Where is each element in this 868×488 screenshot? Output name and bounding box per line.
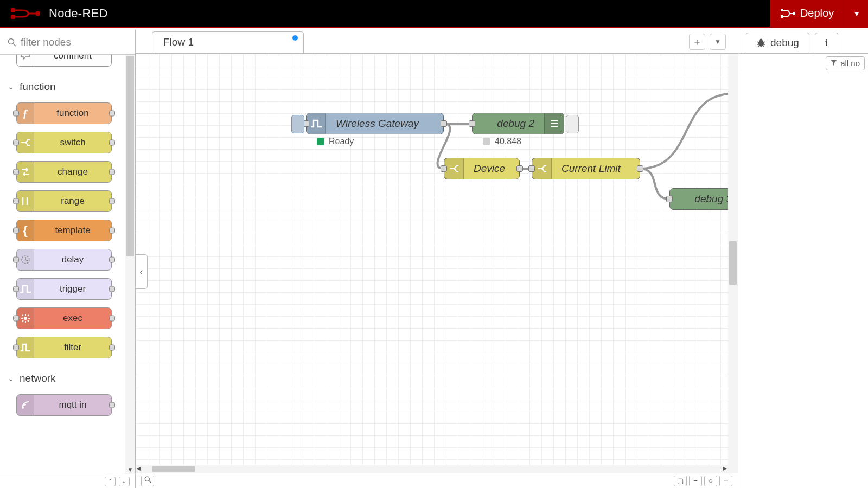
palette-search — [0, 30, 135, 55]
caret-down-icon: ▼ — [853, 9, 860, 18]
workspace-footer: ▢ − ○ ＋ — [136, 473, 738, 488]
palette-node-template[interactable]: {template — [16, 220, 112, 241]
palette-node-comment[interactable]: comment — [16, 55, 112, 67]
status-text: 40.848 — [495, 137, 521, 146]
flow-tab[interactable]: Flow 1 — [152, 31, 304, 53]
scroll-left-icon[interactable]: ◀ — [137, 465, 141, 471]
port-in[interactable] — [666, 196, 673, 202]
palette-node-exec[interactable]: exec — [16, 307, 112, 329]
flow-menu-button[interactable]: ▼ — [710, 34, 726, 50]
palette-collapse-handle[interactable]: ‹ — [136, 254, 148, 289]
port-in[interactable] — [13, 111, 19, 117]
port-in[interactable] — [13, 169, 19, 175]
node-status: Ready — [317, 137, 354, 146]
debug-icon — [544, 113, 564, 134]
palette-expand-all-button[interactable]: ⌄ — [119, 477, 130, 486]
palette-node-trigger[interactable]: trigger — [16, 278, 112, 300]
palette-node-range[interactable]: range — [16, 190, 112, 212]
trigger-icon — [17, 279, 34, 299]
port-out[interactable] — [109, 111, 115, 117]
port-out[interactable] — [109, 286, 115, 292]
port-out[interactable] — [109, 316, 115, 322]
port-in[interactable] — [441, 165, 447, 172]
port-in[interactable] — [13, 198, 19, 204]
port-out[interactable] — [109, 140, 115, 146]
canvas-search-button[interactable] — [141, 476, 154, 486]
flow-node-wg[interactable]: Wireless Gateway — [306, 113, 444, 134]
palette-node-mqtt-in[interactable]: mqtt in — [16, 394, 112, 416]
port-out[interactable] — [109, 169, 115, 175]
svg-rect-2 — [36, 11, 40, 16]
switch-icon — [444, 158, 464, 179]
port-out[interactable] — [109, 228, 115, 234]
plus-icon: ＋ — [723, 477, 730, 485]
zoom-in-button[interactable]: ＋ — [719, 476, 732, 486]
debug-filter-label: all no — [840, 59, 860, 68]
port-in[interactable] — [13, 286, 19, 292]
palette-node-function[interactable]: ƒfunction — [16, 102, 112, 124]
palette-category-function[interactable]: ⌄function — [0, 74, 125, 98]
zoom-out-button[interactable]: − — [689, 476, 702, 486]
port-out[interactable] — [109, 345, 115, 351]
svg-point-28 — [145, 477, 149, 481]
canvas-scrollbar-horizontal[interactable]: ◀ ▶ — [136, 465, 728, 473]
port-in[interactable] — [13, 345, 19, 351]
scroll-down-icon[interactable]: ▼ — [125, 467, 135, 473]
deploy-button[interactable]: Deploy — [770, 0, 845, 27]
flow-node-label: Wireless Gateway — [326, 118, 429, 130]
flow-node-d2[interactable]: debug 2 — [472, 113, 564, 134]
node-inject-button[interactable] — [291, 115, 304, 133]
deploy-menu-button[interactable]: ▼ — [845, 0, 868, 27]
scrollbar-thumb[interactable] — [126, 56, 134, 256]
sidebar-tab-label: debug — [770, 37, 799, 49]
port-out[interactable] — [109, 198, 115, 204]
palette-category-network[interactable]: ⌄network — [0, 366, 125, 390]
port-in[interactable] — [13, 228, 19, 234]
port-out[interactable] — [516, 165, 523, 172]
palette-node-delay[interactable]: delay — [16, 249, 112, 271]
scrollbar-thumb[interactable] — [152, 466, 195, 472]
navigator-button[interactable]: ▢ — [674, 476, 687, 486]
port-in[interactable] — [13, 257, 19, 263]
chevron-left-icon: ‹ — [140, 266, 143, 278]
add-flow-button[interactable]: ＋ — [689, 34, 705, 50]
filter-icon — [17, 337, 34, 358]
svg-rect-5 — [793, 12, 795, 15]
mqtt-icon — [17, 395, 34, 415]
palette-filter-input[interactable] — [21, 36, 113, 48]
wire[interactable] — [640, 94, 728, 169]
flow-canvas[interactable]: ReadyWireless Gateway40.848debug 2Device… — [136, 54, 728, 465]
palette-node-label: delay — [34, 254, 111, 265]
palette-collapse-all-button[interactable]: ⌃ — [105, 477, 116, 486]
debug-filter-button[interactable]: all no — [826, 56, 865, 70]
sidebar-tab-info[interactable]: i — [815, 33, 838, 53]
palette-node-switch[interactable]: switch — [16, 132, 112, 153]
palette-node-change[interactable]: change — [16, 161, 112, 183]
wire[interactable] — [640, 169, 669, 199]
canvas-scrollbar-vertical[interactable]: ▲ — [728, 54, 738, 473]
sidebar-tabs: debug i — [738, 30, 868, 54]
svg-line-29 — [149, 480, 151, 483]
sidebar-tab-debug[interactable]: debug — [746, 33, 809, 53]
port-out[interactable] — [441, 120, 447, 127]
app-header: Node-RED Deploy ▼ — [0, 0, 868, 28]
port-out[interactable] — [109, 257, 115, 263]
port-in[interactable] — [13, 316, 19, 322]
port-in[interactable] — [528, 165, 535, 172]
switch-icon — [532, 158, 552, 179]
palette-node-filter[interactable]: filter — [16, 337, 112, 358]
scrollbar-thumb[interactable] — [729, 241, 737, 285]
flow-node-cl[interactable]: Current Limit — [532, 158, 640, 179]
palette-body: comment ⌄functionƒfunctionswitchchangera… — [0, 55, 125, 474]
port-in[interactable] — [469, 120, 475, 127]
port-out[interactable] — [109, 402, 115, 408]
scroll-right-icon[interactable]: ▶ — [723, 465, 727, 471]
node-toggle-button[interactable] — [566, 115, 579, 133]
flow-node-dev[interactable]: Device — [444, 158, 520, 179]
svg-line-17 — [28, 320, 29, 322]
port-in[interactable] — [13, 140, 19, 146]
palette-scrollbar[interactable]: ▼ — [125, 55, 135, 474]
port-out[interactable] — [637, 165, 643, 172]
status-dot-icon — [317, 138, 324, 145]
zoom-reset-button[interactable]: ○ — [704, 476, 717, 486]
